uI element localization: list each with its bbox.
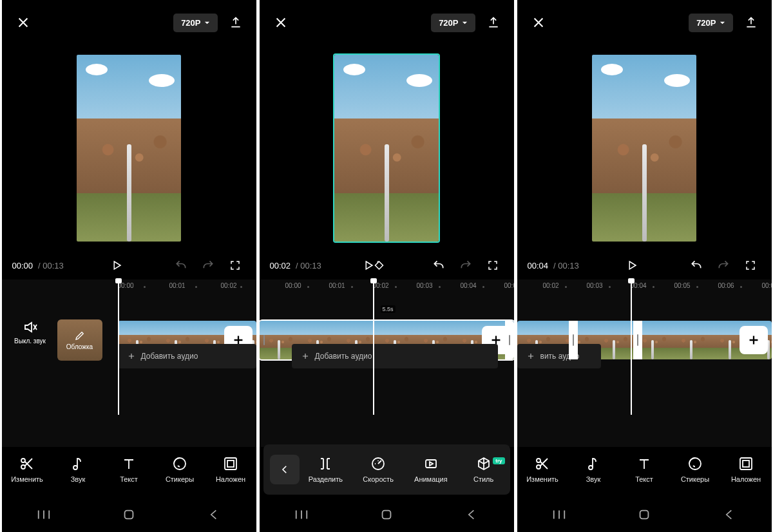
ruler-tick: 00:01 (329, 282, 345, 289)
nav-recent-button[interactable] (550, 506, 568, 524)
video-preview[interactable] (334, 55, 439, 242)
ruler-dot (439, 286, 441, 288)
tool-style[interactable]: tryСтиль (457, 456, 510, 483)
anim-icon (423, 456, 439, 471)
svg-point-2 (73, 466, 77, 470)
nav-back-button[interactable] (205, 506, 223, 524)
fullscreen-button[interactable] (224, 254, 246, 276)
split-icon (318, 456, 333, 471)
redo-button[interactable] (712, 254, 734, 276)
playhead[interactable] (118, 280, 119, 415)
try-badge: try (493, 457, 504, 464)
svg-rect-9 (383, 511, 391, 519)
resolution-button[interactable]: 720P (173, 14, 217, 32)
play-button[interactable] (363, 254, 385, 276)
play-button[interactable] (106, 254, 128, 276)
tool-split[interactable]: Разделить (300, 456, 352, 483)
tool-edit[interactable]: Изменить (2, 456, 53, 483)
playhead[interactable] (631, 280, 632, 415)
nav-home-button[interactable] (377, 506, 396, 524)
svg-rect-6 (125, 511, 133, 519)
tool-overlay[interactable]: Наложен (205, 456, 256, 483)
fullscreen-button[interactable] (740, 254, 761, 276)
nav-home-button[interactable] (635, 506, 653, 524)
tool-speed[interactable]: Скорость (352, 456, 405, 483)
timeline-ruler: 00:0000:0100:02 (2, 280, 256, 295)
undo-button[interactable] (685, 254, 707, 276)
android-navbar (260, 497, 514, 532)
undo-button[interactable] (428, 254, 450, 276)
tool-text[interactable]: Текст (104, 456, 155, 483)
video-preview[interactable] (77, 55, 181, 242)
nav-home-button[interactable] (120, 506, 138, 524)
close-icon[interactable] (531, 15, 546, 30)
overlay-icon (223, 456, 238, 471)
ruler-dot (395, 286, 397, 288)
ruler-tick: 00:01 (169, 282, 186, 289)
add-audio-button[interactable]: Добавить аудио (292, 344, 498, 368)
overlay-icon (738, 456, 754, 471)
resolution-button[interactable]: 720P (431, 14, 475, 32)
ruler-dot (696, 286, 698, 288)
add-audio-button[interactable]: вить аудио (517, 344, 601, 368)
timeline-ruler: 00:0000:0100:0200:0300:0400:05 (260, 280, 514, 295)
edit-icon (19, 456, 35, 471)
nav-back-button[interactable] (463, 506, 481, 524)
svg-rect-5 (227, 461, 234, 467)
ruler-tick: 00:07 (762, 282, 772, 289)
close-icon[interactable] (274, 15, 288, 30)
export-icon[interactable] (229, 16, 242, 29)
tool-overlay[interactable]: Наложен (721, 456, 772, 483)
resolution-label: 720P (696, 18, 716, 28)
close-icon[interactable] (16, 15, 30, 30)
tool-edit[interactable]: Изменить (517, 456, 568, 483)
nav-recent-button[interactable] (292, 506, 310, 524)
ruler-tick: 00:02 (221, 282, 237, 289)
mute-button[interactable]: Выкл. звук (10, 319, 51, 345)
tool-text[interactable]: Текст (619, 456, 670, 483)
playhead[interactable] (373, 280, 374, 415)
edit-icon (535, 456, 550, 471)
add-clip-button[interactable] (740, 326, 768, 354)
clip-split-handle[interactable] (633, 321, 642, 359)
clip-duration-badge: 5.5s (381, 305, 396, 313)
text-icon (636, 456, 652, 471)
stickers-icon (172, 456, 187, 471)
video-preview[interactable] (592, 55, 696, 242)
export-icon[interactable] (487, 16, 500, 29)
ruler-tick: 00:03 (417, 282, 433, 289)
tool-sound[interactable]: Звук (568, 456, 619, 483)
cover-button[interactable]: Обложка (57, 319, 102, 361)
timeline[interactable]: 00:0000:0100:02 Выкл. звукОбложка Добави… (2, 280, 256, 447)
toolbar-back-button[interactable] (270, 455, 300, 484)
toolbar: ИзменитьЗвукТекстСтикерыНаложен (2, 444, 256, 495)
export-icon[interactable] (745, 16, 758, 29)
timeline[interactable]: 00:0000:0100:0200:0300:0400:05 5.5s Доба… (260, 280, 514, 447)
ruler-tick: 00:05 (504, 282, 514, 289)
tool-anim[interactable]: Анимация (405, 456, 457, 483)
ruler-dot (740, 286, 742, 288)
clip-split-handle[interactable] (569, 321, 578, 359)
resolution-button[interactable]: 720P (689, 14, 732, 32)
time-current: 00:00 (12, 261, 33, 271)
tool-stickers[interactable]: Стикеры (670, 456, 721, 483)
svg-point-12 (589, 466, 593, 470)
redo-button[interactable] (197, 254, 219, 276)
svg-rect-15 (743, 461, 749, 467)
undo-button[interactable] (170, 254, 192, 276)
phone-screen-1: 720P 00:00 / 00:13 00:0000:0100:02 Выкл.… (2, 0, 256, 532)
nav-recent-button[interactable] (35, 506, 53, 524)
text-icon (121, 456, 137, 471)
fullscreen-button[interactable] (482, 254, 504, 276)
play-button[interactable] (621, 254, 643, 276)
timeline[interactable]: 00:0200:0300:0400:0500:0600:07 вить ауди… (517, 280, 772, 447)
tool-sound[interactable]: Звук (53, 456, 104, 483)
redo-button[interactable] (455, 254, 477, 276)
nav-back-button[interactable] (720, 506, 738, 524)
ruler-tick: 00:03 (587, 282, 603, 289)
tool-stickers[interactable]: Стикеры (155, 456, 205, 483)
svg-rect-8 (426, 460, 436, 468)
add-audio-button[interactable]: Добавить аудио (118, 344, 256, 368)
svg-rect-4 (225, 458, 236, 470)
svg-rect-16 (640, 511, 649, 519)
